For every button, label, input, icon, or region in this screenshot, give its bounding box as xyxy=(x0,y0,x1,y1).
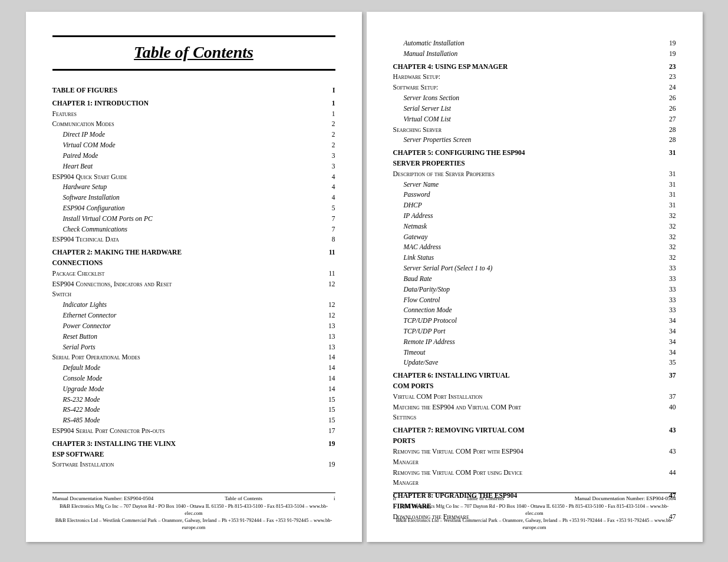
toc-entry-5: Virtual COM Mode2 xyxy=(52,140,335,151)
toc-entry-11: Description of the Server Properties31 xyxy=(393,169,676,180)
toc-page-21: 13 xyxy=(324,332,335,342)
toc-title-28: Timeout xyxy=(404,348,533,358)
toc-title-30: CHAPTER 6: INSTALLING VIRTUAL COM PORTS xyxy=(393,371,528,392)
toc-title-11: ESP904 Configuration xyxy=(63,203,192,214)
toc-title-13: Check Communications xyxy=(63,224,192,235)
toc-dots-9 xyxy=(193,189,322,189)
toc-entry-0: TABLE OF FIGURESI xyxy=(52,85,335,96)
toc-entry-25: Console Mode14 xyxy=(52,373,335,384)
page-title: Table of Contents xyxy=(52,43,335,62)
toc-dots-29 xyxy=(193,422,322,422)
toc-dots-12 xyxy=(534,186,663,187)
toc-dots-5 xyxy=(193,147,322,147)
toc-page-14: 31 xyxy=(664,200,676,211)
toc-title-9: Hardware Setup xyxy=(63,182,192,193)
toc-title-10: CHAPTER 5: CONFIGURING THE ESP904 SERVER… xyxy=(393,148,528,169)
toc-title-10: Software Installation xyxy=(63,193,192,203)
toc-dots-35 xyxy=(529,474,663,475)
toc-entry-6: Paired Mode3 xyxy=(52,151,335,161)
toc-dots-20 xyxy=(534,270,663,270)
toc-dots-14 xyxy=(188,241,322,242)
left-footer: Manual Documentation Number: ESP904-0504… xyxy=(26,492,362,531)
toc-entry-4: Direct IP Mode2 xyxy=(52,130,335,140)
toc-page-20: 13 xyxy=(324,321,335,332)
toc-title-5: Virtual COM Mode xyxy=(63,140,192,151)
toc-dots-10 xyxy=(193,199,322,200)
toc-page-15: 32 xyxy=(664,211,676,222)
toc-page-15: 11 xyxy=(324,247,335,258)
toc-dots-25 xyxy=(193,380,322,381)
toc-title-29: Update/Save xyxy=(404,358,533,368)
toc-entry-17: Gateway32 xyxy=(393,232,676,243)
toc-entry-29: Update/Save35 xyxy=(393,358,676,368)
toc-entry-2: Features1 xyxy=(52,109,335,120)
toc-entry-0: Automatic Installation19 xyxy=(393,38,676,49)
toc-title-0: TABLE OF FIGURES xyxy=(52,85,187,96)
toc-page-1: 19 xyxy=(664,49,676,59)
toc-page-30: 17 xyxy=(324,426,335,437)
toc-page-11: 5 xyxy=(324,203,335,214)
toc-entry-32: Software Installation19 xyxy=(52,459,335,470)
toc-entry-1: Manual Installation19 xyxy=(393,49,676,59)
toc-title-4: Direct IP Mode xyxy=(63,130,192,140)
toc-dots-27 xyxy=(193,401,322,402)
toc-entry-27: RS-232 Mode15 xyxy=(52,395,335,405)
toc-entry-18: MAC Address32 xyxy=(393,242,676,253)
toc-title-26: Upgrade Mode xyxy=(63,384,192,395)
toc-page-10: 4 xyxy=(324,193,335,203)
toc-page-25: 34 xyxy=(664,316,676,326)
toc-page-18: 32 xyxy=(664,242,676,253)
toc-page-16: 32 xyxy=(664,222,676,232)
toc-page-9: 28 xyxy=(664,135,676,146)
toc-title-6: Paired Mode xyxy=(63,151,192,161)
toc-dots-33 xyxy=(529,432,663,432)
toc-entry-12: Install Virtual COM Ports on PC7 xyxy=(52,214,335,224)
toc-title-27: Remote IP Address xyxy=(404,337,533,348)
toc-entry-26: TCP/UDP Port34 xyxy=(393,326,676,337)
toc-entry-19: Link Status32 xyxy=(393,253,676,263)
toc-entry-8: Searching Server28 xyxy=(393,125,676,135)
toc-dots-21 xyxy=(193,338,322,339)
toc-dots-27 xyxy=(534,343,663,344)
toc-entry-31: Virtual COM Port Installation37 xyxy=(393,392,676,402)
toc-page-7: 3 xyxy=(324,161,335,172)
toc-entry-13: Password31 xyxy=(393,190,676,200)
toc-dots-4 xyxy=(193,136,322,137)
toc-dots-1 xyxy=(534,55,663,56)
toc-page-17: 12 xyxy=(324,279,335,290)
toc-title-14: ESP904 Technical Data xyxy=(52,234,187,245)
footer-line2: B&B Electronics Ltd – Westlink Commercia… xyxy=(52,517,335,531)
toc-page-9: 4 xyxy=(324,182,335,193)
toc-title-12: Install Virtual COM Ports on PC xyxy=(63,214,192,224)
toc-title-24: Connection Mode xyxy=(404,305,533,316)
toc-page-20: 33 xyxy=(664,263,676,274)
toc-page-8: 4 xyxy=(324,172,335,183)
left-toc: TABLE OF FIGURESICHAPTER 1: INTRODUCTION… xyxy=(52,85,335,470)
toc-entry-22: Serial Ports13 xyxy=(52,342,335,353)
toc-dots-13 xyxy=(534,196,663,197)
toc-dots-25 xyxy=(534,322,663,323)
toc-title-14: DHCP xyxy=(404,200,533,211)
toc-title-26: TCP/UDP Port xyxy=(404,326,533,337)
toc-title-30: ESP904 Serial Port Connector Pin-outs xyxy=(52,426,187,437)
toc-entry-34: Removing the Virtual COM Port with ESP90… xyxy=(393,447,676,468)
toc-dots-22 xyxy=(193,349,322,349)
right-footer-center: Table of Contents xyxy=(466,495,504,501)
footer-right: i xyxy=(334,495,335,501)
right-toc: Automatic Installation19Manual Installat… xyxy=(393,38,676,523)
toc-dots-22 xyxy=(534,291,663,292)
right-footer-line1: B&B Electronics Mfg Co Inc – 707 Dayton … xyxy=(393,503,676,517)
toc-title-20: Power Connector xyxy=(63,321,192,332)
toc-title-15: CHAPTER 2: MAKING THE HARDWARE CONNECTIO… xyxy=(52,247,187,269)
toc-dots-28 xyxy=(534,354,663,355)
toc-entry-14: DHCP31 xyxy=(393,200,676,211)
toc-page-32: 40 xyxy=(664,402,676,413)
pages-container: Table of Contents TABLE OF FIGURESICHAPT… xyxy=(26,12,703,542)
toc-entry-16: Package Checklist11 xyxy=(52,269,335,279)
toc-page-33: 43 xyxy=(664,425,676,436)
toc-page-0: I xyxy=(324,85,335,96)
toc-title-35: Removing the Virtual COM Port using Devi… xyxy=(393,468,528,489)
toc-dots-18 xyxy=(534,249,663,249)
toc-page-3: 2 xyxy=(324,119,335,130)
toc-dots-31 xyxy=(529,398,663,399)
